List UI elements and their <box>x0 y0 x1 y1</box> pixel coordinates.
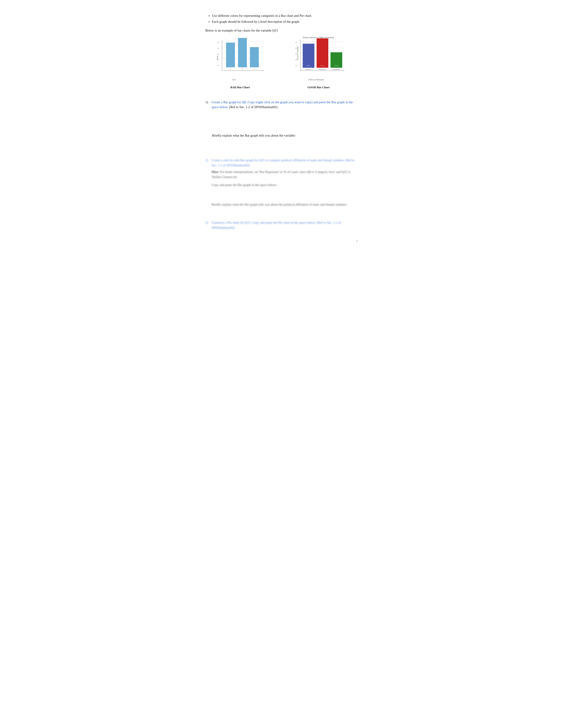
bad-bar-1-label: 1 <box>230 68 231 70</box>
below-text: Below is an example of bar charts for th… <box>205 28 358 33</box>
bullet-item-2: Each graph should be followed by a brief… <box>212 19 358 24</box>
good-bar-independent-rect: 27.5% <box>331 52 342 68</box>
q2-paste-label: Copy and paste the Bar graph in the spac… <box>211 182 358 188</box>
bad-bar-3-rect <box>250 47 259 67</box>
question-3-section: 3) Construct a Pie chart for Q15. Copy a… <box>205 220 358 230</box>
good-bar-democrat-value: 39.5% <box>307 65 311 67</box>
question-2: 2) Create a side-by-side Bar graph for Q… <box>205 158 358 168</box>
bad-bar-2-label: 2 <box>242 68 243 70</box>
q3-text: Construct a Pie chart for Q15. Copy and … <box>211 220 358 230</box>
bad-chart-x-label: Q15 <box>232 78 236 81</box>
good-bar-republican-label: Republican <box>319 68 326 71</box>
page-number: 2 <box>205 239 358 243</box>
good-bar-republican-value: 47.5% <box>321 65 324 67</box>
good-bar-independent-label: Independent <box>333 68 340 71</box>
bad-bar-1-rect <box>226 43 235 67</box>
q2-hint: Hint: For better interpretations, set 'B… <box>211 169 358 179</box>
good-chart-container: Political Affiliation of Math 220 Studen… <box>284 36 353 90</box>
good-chart-x-label: Political Affiliation <box>309 78 324 81</box>
good-chart-caption: GOOD Bar Chart <box>307 85 330 90</box>
question-3: 3) Construct a Pie chart for Q15. Copy a… <box>205 220 358 230</box>
bad-y-tick-20: 20 <box>217 59 219 61</box>
bad-bar-2-rect <box>238 38 247 67</box>
good-bar-democrat: 39.5% Democrat <box>303 44 315 71</box>
good-y-tick-40: 40 <box>296 47 297 50</box>
bullet-item-1: Use different colors for representing ca… <box>212 13 358 18</box>
bad-y-tick-50: 50 <box>217 41 219 44</box>
good-bar-republican-rect: 47.5% <box>317 38 328 68</box>
good-chart-area: 39.5% Democrat 47.5% Republican 27.5% <box>300 40 345 71</box>
q2-explain-label: Briefly explain what the Bar graph tells… <box>211 202 358 207</box>
q1-number: 1) <box>205 100 210 110</box>
charts-row: Count 50 40 30 20 10 1 <box>205 36 358 90</box>
good-y-tick-20: 20 <box>296 59 297 61</box>
good-bar-independent-value: 27.5% <box>335 65 338 67</box>
bad-chart-container: Count 50 40 30 20 10 1 <box>205 40 275 90</box>
good-y-tick-30: 30 <box>296 53 297 55</box>
question-1-section: 1) Create a Bar graph for Q6. Copy (righ… <box>205 100 358 138</box>
good-bar-democrat-rect: 39.5% <box>303 44 315 68</box>
bad-y-tick-40: 40 <box>217 47 219 50</box>
good-y-tick-50: 50 <box>296 41 297 44</box>
bad-y-tick-10: 10 <box>217 64 219 67</box>
question-1: 1) Create a Bar graph for Q6. Copy (righ… <box>205 100 358 110</box>
good-y-tick-10: 10 <box>296 64 297 67</box>
bad-bar-3-label: 3 <box>254 68 255 70</box>
bad-bar-2: 2 <box>238 38 247 70</box>
bad-bar-3: 3 <box>250 47 259 70</box>
bad-bar-1: 1 <box>226 43 235 70</box>
q1-explain-label: Briefly explain what the Bar graph tells… <box>212 133 358 138</box>
bad-chart-caption: BAD Bar Chart <box>230 85 250 90</box>
q1-black-text: (Ref to Sec. 1.2 of SPSSHandout02) <box>229 105 277 109</box>
good-bar-democrat-label: Democrat <box>305 68 312 71</box>
q2-text: Create a side-by-side Bar graph for Q15 … <box>211 158 358 168</box>
good-bar-republican: 47.5% Republican <box>317 38 328 71</box>
q1-text: Create a Bar graph for Q6. Copy (right c… <box>211 100 358 110</box>
q2-number: 2) <box>205 158 210 168</box>
q3-number: 3) <box>205 220 210 230</box>
good-bar-independent: 27.5% Independent <box>331 52 342 71</box>
question-2-section: 2) Create a side-by-side Bar graph for Q… <box>205 158 358 207</box>
bad-chart-area: 1 2 3 <box>222 40 264 71</box>
bullet-list: Use different colors for representing ca… <box>212 13 358 24</box>
bad-y-tick-30: 30 <box>217 53 219 55</box>
